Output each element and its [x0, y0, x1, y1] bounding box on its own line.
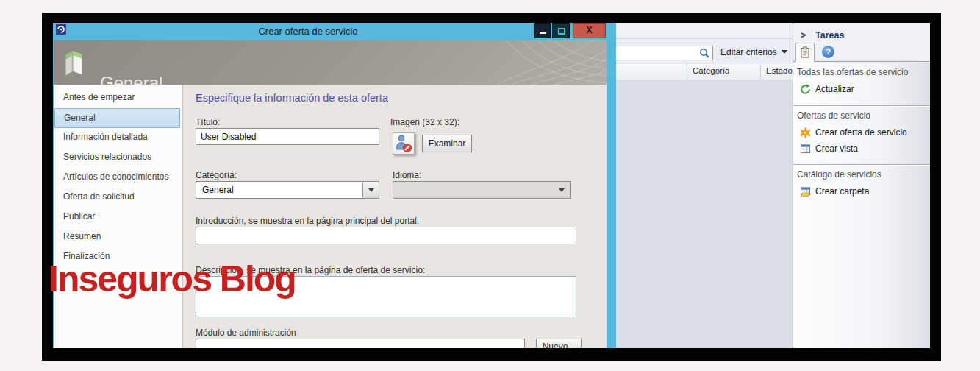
examinar-button[interactable]: Examinar	[422, 135, 472, 152]
nuevo-button[interactable]: Nuevo...	[536, 339, 582, 348]
introduccion-input[interactable]	[196, 227, 576, 244]
dialog-title: Crear oferta de servicio	[54, 23, 562, 40]
help-icon[interactable]: ?	[822, 46, 834, 58]
maximize-icon	[558, 28, 565, 35]
wizard-page-header: General	[54, 40, 607, 85]
tasks-pane-title: Tareas	[815, 30, 844, 40]
imagen-label: Imagen (32 x 32):	[390, 117, 459, 127]
page-title: General	[100, 73, 162, 85]
tasks-section-all-offerings: Todas las ofertas de servicio Actualizar	[793, 63, 930, 106]
view-icon	[799, 143, 811, 155]
wizard-step-oferta-de-solicitud[interactable]: Oferta de solicitud	[54, 188, 182, 208]
service-offerings-list-window: Editar criterios Categoría Estado	[616, 23, 793, 348]
desktop-background: Crear oferta de servicio X	[42, 13, 941, 361]
tasks-pane: >Tareas ?	[793, 23, 930, 348]
tasks-tabstrip: ?	[793, 42, 930, 62]
tasks-section-title: Catálogo de servicios	[793, 165, 930, 180]
wizard-step-antes-de-empezar[interactable]: Antes de empezar	[54, 88, 182, 108]
categoria-value: General	[202, 185, 234, 195]
search-input[interactable]	[616, 47, 695, 59]
wizard-step-informacion-detallada[interactable]: Información detallada	[54, 128, 182, 148]
list-window-search-band: Editar criterios	[616, 39, 793, 64]
idioma-dropdown-arrow-icon[interactable]	[554, 182, 570, 198]
list-column-headers: Categoría Estado	[616, 64, 793, 80]
task-label: Crear vista	[815, 144, 858, 154]
tasks-section-service-catalog: Catálogo de servicios	[793, 165, 930, 348]
column-header-categoria[interactable]: Categoría	[687, 64, 761, 80]
tasks-tab[interactable]	[795, 43, 815, 62]
edit-criteria-link[interactable]: Editar criterios	[720, 47, 787, 57]
wizard-step-general[interactable]: General	[54, 108, 180, 128]
dialog-titlebar[interactable]: Crear oferta de servicio X	[54, 23, 607, 40]
column-header-name[interactable]	[616, 64, 687, 80]
edit-criteria-label: Editar criterios	[720, 47, 777, 57]
task-label: Actualizar	[815, 84, 854, 94]
wizard-steps-sidebar: Antes de empezar General Información det…	[54, 85, 183, 348]
clipboard-icon	[799, 46, 811, 58]
header-swirl-decoration	[445, 40, 607, 85]
task-label: Crear oferta de servicio	[815, 127, 907, 138]
minimize-button[interactable]	[534, 23, 551, 38]
idioma-combobox[interactable]	[393, 181, 571, 199]
task-actualizar[interactable]: Actualizar	[793, 81, 930, 97]
refresh-icon	[799, 83, 811, 95]
minimize-icon	[540, 32, 546, 34]
wizard-step-servicios-relacionados[interactable]: Servicios relacionados	[54, 148, 182, 168]
modulo-label: Módulo de administración	[196, 328, 296, 338]
inseguros-blog-watermark: Inseguros Blog	[49, 258, 296, 300]
titulo-label: Título:	[196, 117, 220, 127]
user-disabled-icon	[395, 134, 412, 153]
tasks-section-title: Ofertas de servicio	[793, 106, 930, 121]
form-heading: Especifique la información de esta ofert…	[196, 92, 388, 104]
tasks-section-service-offerings: Ofertas de servicio Crear oferta de serv…	[793, 106, 930, 165]
offering-image-button[interactable]	[393, 132, 415, 155]
chevron-down-icon	[782, 50, 787, 54]
categoria-label: Categoría:	[196, 170, 237, 180]
wizard-step-publicar[interactable]: Publicar	[54, 208, 182, 227]
modulo-input[interactable]	[196, 339, 525, 348]
list-window-top-band	[616, 23, 793, 38]
collapse-chevron-icon[interactable]: >	[801, 30, 806, 40]
task-crear-oferta-de-servicio[interactable]: Crear oferta de servicio	[793, 124, 930, 141]
task-crear-carpeta[interactable]: Crear carpeta	[793, 183, 930, 199]
categoria-dropdown-arrow-icon[interactable]	[362, 182, 379, 198]
tasks-section-title: Todas las ofertas de servicio	[793, 63, 930, 77]
titulo-input[interactable]	[196, 128, 379, 145]
screenshot-root: Crear oferta de servicio X	[0, 0, 980, 371]
close-button[interactable]: X	[573, 23, 606, 38]
categoria-combobox[interactable]: General	[196, 181, 379, 199]
general-form: Especifique la información de esta ofert…	[184, 85, 607, 348]
task-label: Crear carpeta	[815, 186, 869, 197]
folder-icon	[799, 186, 811, 197]
maximize-button[interactable]	[552, 23, 570, 38]
task-crear-vista[interactable]: Crear vista	[793, 141, 930, 157]
general-page-icon	[62, 48, 85, 80]
search-icon	[699, 48, 710, 59]
introduccion-label: Introducción, se muestra en la página pr…	[196, 216, 419, 226]
list-empty-area[interactable]	[616, 80, 793, 348]
wizard-step-articulos-de-conocimientos[interactable]: Artículos de conocimientos	[54, 168, 182, 188]
idioma-label: Idioma:	[393, 170, 421, 180]
search-box[interactable]	[616, 46, 713, 60]
create-offer-icon	[799, 127, 811, 138]
wizard-step-resumen[interactable]: Resumen	[54, 227, 182, 247]
tasks-pane-header: >Tareas	[793, 23, 930, 42]
column-header-estado[interactable]: Estado	[761, 64, 793, 80]
